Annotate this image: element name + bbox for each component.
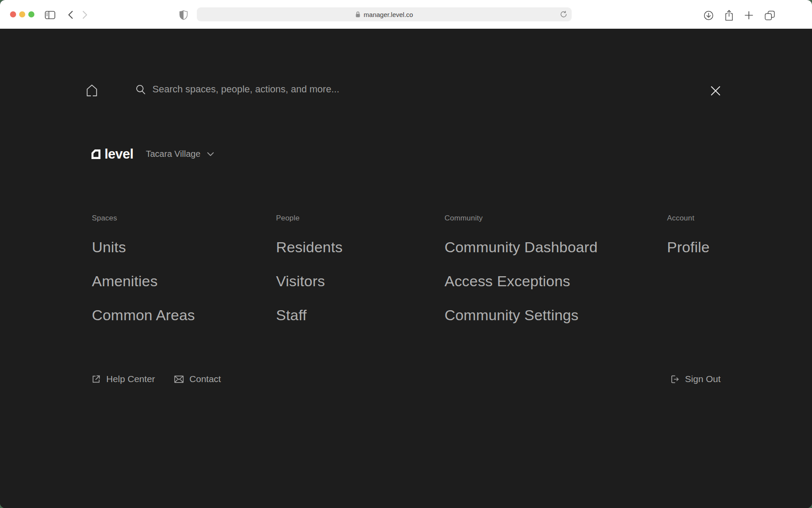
section-title: Community — [445, 213, 598, 223]
forward-chevron-icon — [82, 10, 88, 19]
community-selector[interactable]: Tacara Village — [146, 149, 214, 159]
brand-wordmark: level — [104, 146, 133, 162]
lock-icon — [355, 11, 361, 18]
close-window-button[interactable] — [10, 11, 16, 17]
nav-item-visitors[interactable]: Visitors — [276, 272, 343, 290]
community-name: Tacara Village — [146, 149, 200, 159]
nav-item-community-settings[interactable]: Community Settings — [445, 306, 598, 324]
section-title: Account — [667, 213, 710, 223]
plus-icon — [745, 11, 753, 20]
sidebar-toggle-button[interactable] — [44, 10, 55, 19]
downloads-button[interactable] — [704, 10, 714, 20]
search-icon — [136, 85, 146, 95]
external-link-icon — [92, 375, 101, 383]
back-chevron-icon — [67, 10, 73, 19]
nav-section-spaces: Spaces Units Amenities Common Areas — [92, 213, 195, 324]
browser-toolbar: manager.level.co — [0, 0, 812, 29]
contact-link[interactable]: Contact — [174, 374, 221, 384]
nav-section-people: People Residents Visitors Staff — [276, 213, 343, 324]
close-icon — [711, 86, 721, 96]
home-icon — [86, 84, 98, 97]
reload-button[interactable] — [559, 10, 567, 18]
address-bar[interactable]: manager.level.co — [197, 7, 572, 21]
nav-section-community: Community Community Dashboard Access Exc… — [445, 213, 598, 324]
zoom-window-button[interactable] — [28, 11, 34, 17]
nav-item-community-dashboard[interactable]: Community Dashboard — [445, 238, 598, 256]
nav-section-account: Account Profile — [667, 213, 710, 256]
nav-item-access-exceptions[interactable]: Access Exceptions — [445, 272, 598, 290]
close-overlay-button[interactable] — [709, 85, 721, 97]
footer-links: Help Center Contact — [92, 374, 221, 384]
forward-button[interactable] — [81, 10, 89, 19]
chevron-down-icon — [207, 152, 214, 157]
browser-window: manager.level.co — [0, 0, 812, 508]
help-center-label: Help Center — [106, 374, 155, 384]
section-title: Spaces — [92, 213, 195, 223]
toolbar-right-actions — [704, 10, 775, 21]
search-input[interactable] — [152, 84, 457, 95]
privacy-shield-icon — [179, 10, 188, 20]
home-button[interactable] — [86, 83, 98, 97]
contact-label: Contact — [189, 374, 221, 384]
nav-item-residents[interactable]: Residents — [276, 238, 343, 256]
back-button[interactable] — [66, 10, 74, 19]
sidebar-toggle-icon — [45, 11, 55, 19]
nav-item-profile[interactable]: Profile — [667, 238, 710, 256]
sign-out-label: Sign Out — [685, 374, 721, 384]
minimize-window-button[interactable] — [19, 11, 25, 17]
url-text: manager.level.co — [364, 11, 413, 18]
nav-overlay: level Tacara Village Spaces Units Amenit… — [0, 29, 812, 508]
reload-icon — [560, 11, 567, 18]
global-search — [136, 84, 457, 95]
nav-item-common-areas[interactable]: Common Areas — [92, 306, 195, 324]
sign-out-icon — [670, 375, 679, 384]
section-title: People — [276, 213, 343, 223]
nav-item-staff[interactable]: Staff — [276, 306, 343, 324]
level-logo-icon — [91, 149, 101, 159]
help-center-link[interactable]: Help Center — [92, 374, 155, 384]
download-icon — [704, 10, 714, 20]
nav-item-units[interactable]: Units — [92, 238, 195, 256]
tab-overview-icon — [765, 10, 775, 20]
new-tab-button[interactable] — [744, 10, 754, 20]
window-controls — [10, 11, 34, 17]
mail-icon — [174, 376, 184, 383]
privacy-report-button[interactable] — [179, 10, 188, 20]
share-icon — [724, 10, 734, 21]
share-button[interactable] — [724, 10, 734, 21]
nav-item-amenities[interactable]: Amenities — [92, 272, 195, 290]
brand: level — [91, 146, 133, 162]
tab-overview-button[interactable] — [764, 10, 775, 20]
sign-out-button[interactable]: Sign Out — [670, 374, 721, 384]
